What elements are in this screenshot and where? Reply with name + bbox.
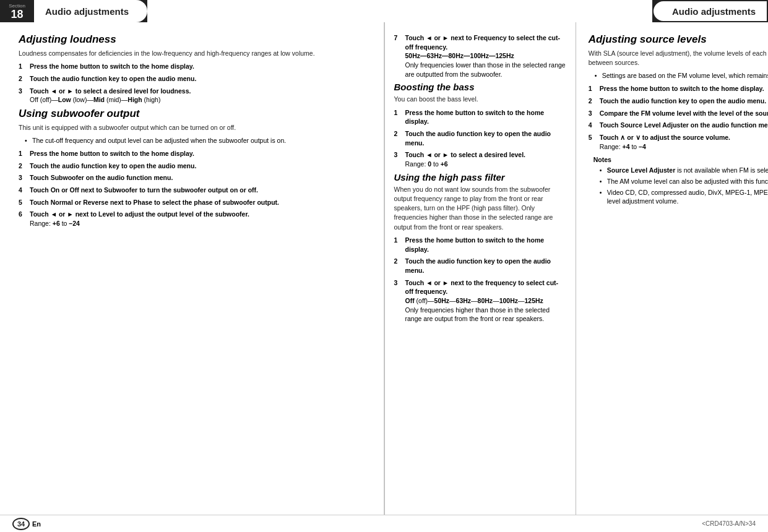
note-item-1: • Source Level Adjuster is not available… <box>600 166 768 175</box>
step-text: Touch ◄ or ► next to the frequency to se… <box>405 278 566 324</box>
notes-section: Notes • Source Level Adjuster is not ava… <box>593 156 768 206</box>
step-text: Touch ◄ or ► next to Level to adjust the… <box>30 210 371 228</box>
step-sl-3: 3 Compare the FM volume level with the l… <box>589 109 768 118</box>
footer: 34 En <CRD4703-A/N>34 <box>0 515 768 532</box>
step-bass-3: 3 Touch ◄ or ► to select a desired level… <box>394 150 566 168</box>
notes-heading: Notes <box>593 156 768 163</box>
note-item-2: • The AM volume level can also be adjust… <box>600 177 768 186</box>
step-num: 2 <box>394 129 405 147</box>
step-num: 2 <box>19 74 30 84</box>
step-num: 1 <box>394 236 405 254</box>
step-num: 6 <box>19 210 30 228</box>
hpf-intro: When you do not want low sounds from the… <box>394 185 566 232</box>
bullet-dot: • <box>600 177 607 186</box>
adjusting-loudness-intro: Loudness compensates for deficiencies in… <box>19 49 371 58</box>
bullet-dot: • <box>600 188 607 206</box>
source-levels-bullets: • Settings are based on the FM volume le… <box>595 71 768 80</box>
step-text: Touch ◄ or ► to select a desired level f… <box>30 87 371 105</box>
step-text: Touch Source Level Adjuster on the audio… <box>600 121 768 130</box>
step-sub-2: 2 Touch the audio function key to open t… <box>19 161 371 171</box>
bullet-text: The cut-off frequency and output level c… <box>32 136 286 145</box>
step-text: Touch the audio function key to open the… <box>30 161 371 171</box>
note-item-3: • Video CD, CD, compressed audio, DivX, … <box>600 188 768 206</box>
bullet-dot: • <box>600 166 607 175</box>
note-text: Source Level Adjuster is not available w… <box>607 166 768 175</box>
step-text: Touch the audio function key to open the… <box>405 129 566 147</box>
step-sl-2: 2 Touch the audio function key to open t… <box>589 97 768 106</box>
step-text: Touch the audio function key to open the… <box>600 97 768 106</box>
step-num: 2 <box>19 161 30 171</box>
note-text: Video CD, CD, compressed audio, DivX, MP… <box>607 188 768 206</box>
step-num: 2 <box>394 257 405 275</box>
step-sub-5: 5 Touch Normal or Reverse next to Phase … <box>19 198 371 207</box>
step-hpf-1: 1 Press the home button to switch to the… <box>394 236 566 254</box>
boosting-bass-heading: Boosting the bass <box>394 82 566 92</box>
header-title-right: Audio adjustments <box>652 0 768 22</box>
header-title-left: Audio adjustments <box>34 0 147 22</box>
bullet-dot: • <box>25 136 32 145</box>
step7-freq-section: 7 Touch ◄ or ► next to Frequency to sele… <box>394 33 566 79</box>
step-text: Press the home button to switch to the h… <box>30 62 371 71</box>
step-text: Touch Subwoofer on the audio function me… <box>30 173 371 182</box>
step-loudness-1: 1 Press the home button to switch to the… <box>19 62 371 71</box>
step-text: Touch On or Off next to Subwoofer to tur… <box>30 186 371 195</box>
step-text: Touch ◄ or ► to select a desired level. … <box>405 150 566 168</box>
section-number: 18 <box>11 9 23 20</box>
step-text: Touch Normal or Reverse next to Phase to… <box>30 198 371 207</box>
subwoofer-output-section: Using subwoofer output This unit is equi… <box>19 108 371 228</box>
left-column: Adjusting loudness Loudness compensates … <box>0 22 384 515</box>
step-loudness-2: 2 Touch the audio function key to open t… <box>19 74 371 84</box>
step-text: Touch ∧ or ∨ to adjust the source volume… <box>600 133 768 151</box>
bullet-text: Settings are based on the FM volume leve… <box>602 71 768 80</box>
high-pass-filter-section: Using the high pass filter When you do n… <box>394 172 566 324</box>
subwoofer-heading: Using subwoofer output <box>19 108 371 120</box>
step-num: 1 <box>19 149 30 158</box>
step-num: 3 <box>19 87 30 105</box>
adjusting-loudness-heading: Adjusting loudness <box>19 33 371 46</box>
step-text: Compare the FM volume level with the lev… <box>600 109 768 118</box>
product-code: <CRD4703-A/N>34 <box>702 520 756 527</box>
bullet-item: • The cut-off frequency and output level… <box>25 136 371 145</box>
step-num: 2 <box>589 97 600 106</box>
boosting-bass-intro: You can boost the bass level. <box>394 95 566 104</box>
step-num: 7 <box>394 33 405 79</box>
step-text: Touch the audio function key to open the… <box>30 74 371 84</box>
source-levels-heading: Adjusting source levels <box>589 33 768 46</box>
bullet-dot: • <box>595 71 602 80</box>
step-text: Touch the audio function key to open the… <box>405 257 566 275</box>
subwoofer-intro: This unit is equipped with a subwoofer o… <box>19 123 371 132</box>
step-sl-5: 5 Touch ∧ or ∨ to adjust the source volu… <box>589 133 768 151</box>
source-levels-intro: With SLA (source level adjustment), the … <box>589 49 768 67</box>
page-number: 34 <box>12 518 30 530</box>
step-num: 4 <box>19 186 30 195</box>
hpf-heading: Using the high pass filter <box>394 172 566 182</box>
step-num: 5 <box>589 133 600 151</box>
notes-bullets: • Source Level Adjuster is not available… <box>600 166 768 206</box>
step-num: 5 <box>19 198 30 207</box>
step-hpf-3: 3 Touch ◄ or ► next to the frequency to … <box>394 278 566 324</box>
step-sub-4: 4 Touch On or Off next to Subwoofer to t… <box>19 186 371 195</box>
bullet-item: • Settings are based on the FM volume le… <box>595 71 768 80</box>
language-label: En <box>32 520 41 528</box>
step-num: 3 <box>394 150 405 168</box>
step-num: 3 <box>589 109 600 118</box>
step-bass-2: 2 Touch the audio function key to open t… <box>394 129 566 147</box>
middle-left-column: 7 Touch ◄ or ► next to Frequency to sele… <box>385 22 576 515</box>
step-sub-3: 3 Touch Subwoofer on the audio function … <box>19 173 371 182</box>
step-bass-1: 1 Press the home button to switch to the… <box>394 108 566 126</box>
subwoofer-bullets: • The cut-off frequency and output level… <box>25 136 371 145</box>
adjusting-loudness-section: Adjusting loudness Loudness compensates … <box>19 33 371 105</box>
step-sl-1: 1 Press the home button to switch to the… <box>589 84 768 93</box>
step-num: 3 <box>394 278 405 324</box>
step-num: 1 <box>589 84 600 93</box>
header-spacer <box>147 0 652 22</box>
step-text: Press the home button to switch to the h… <box>600 84 768 93</box>
step-sub-1: 1 Press the home button to switch to the… <box>19 149 371 158</box>
step-freq-7: 7 Touch ◄ or ► next to Frequency to sele… <box>394 33 566 79</box>
boosting-bass-section: Boosting the bass You can boost the bass… <box>394 82 566 168</box>
step-sub-6: 6 Touch ◄ or ► next to Level to adjust t… <box>19 210 371 228</box>
step-num: 1 <box>394 108 405 126</box>
step-num: 1 <box>19 62 30 71</box>
main-content: Adjusting loudness Loudness compensates … <box>0 22 768 515</box>
header: Section 18 Audio adjustments Audio adjus… <box>0 0 768 22</box>
